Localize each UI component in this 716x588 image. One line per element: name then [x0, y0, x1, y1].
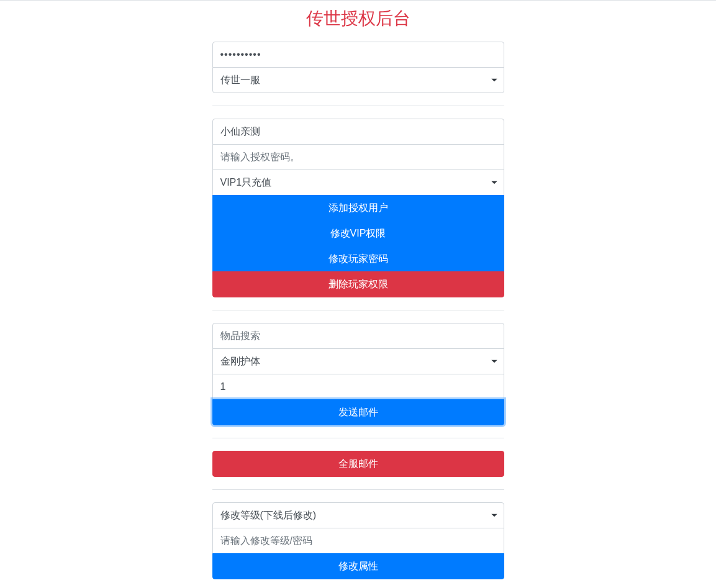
item-select[interactable]: 金刚护体: [212, 348, 504, 374]
username-input[interactable]: [212, 119, 504, 145]
server-select[interactable]: 传世一服: [212, 67, 504, 93]
item-search-input[interactable]: [212, 323, 504, 349]
add-auth-user-button[interactable]: 添加授权用户: [212, 195, 504, 221]
quantity-input[interactable]: [212, 374, 504, 400]
modify-type-select[interactable]: 修改等级(下线后修改): [212, 502, 504, 528]
delete-player-permission-button[interactable]: 删除玩家权限: [212, 271, 504, 297]
page-title: 传世授权后台: [212, 1, 504, 42]
modify-vip-button[interactable]: 修改VIP权限: [212, 220, 504, 247]
auth-password-input[interactable]: [212, 144, 504, 170]
section-item-mail: 金刚护体 发送邮件: [212, 323, 504, 438]
section-modify-attr: 修改等级(下线后修改) 修改属性: [212, 502, 504, 588]
modify-value-input[interactable]: [212, 528, 504, 554]
admin-password-input[interactable]: [212, 42, 504, 68]
server-wide-mail-button[interactable]: 全服邮件: [212, 451, 504, 477]
section-server-login: 传世一服: [212, 42, 504, 106]
modify-attribute-button[interactable]: 修改属性: [212, 553, 504, 579]
main-container: 传世授权后台 传世一服 VIP1只充值 添加授权用户 修改VIP权限 修改玩家密…: [212, 1, 504, 588]
vip-level-select[interactable]: VIP1只充值: [212, 170, 504, 196]
modify-player-password-button[interactable]: 修改玩家密码: [212, 246, 504, 272]
section-user-auth: VIP1只充值 添加授权用户 修改VIP权限 修改玩家密码 删除玩家权限: [212, 119, 504, 310]
section-server-mail: 全服邮件: [212, 451, 504, 490]
send-mail-button[interactable]: 发送邮件: [212, 399, 504, 425]
